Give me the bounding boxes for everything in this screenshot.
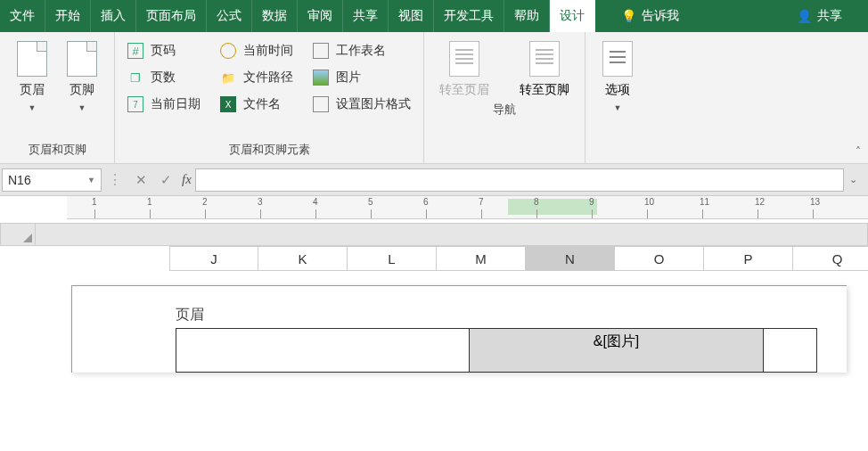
column-header-P[interactable]: P <box>704 246 793 271</box>
page-footer-icon <box>529 41 560 77</box>
filepath-button[interactable]: 📁文件路径 <box>217 68 297 87</box>
group-nav: 转至页眉 转至页脚 导航 <box>424 32 585 163</box>
select-all-corner[interactable] <box>0 223 36 246</box>
header-button[interactable]: 页眉 ▼ <box>9 37 55 112</box>
column-header-N[interactable]: N <box>526 246 615 271</box>
name-box[interactable]: N16 ▼ <box>2 168 102 192</box>
tab-share[interactable]: 共享 <box>343 0 389 32</box>
currentdate-button[interactable]: 7当前日期 <box>124 94 204 114</box>
column-header-O[interactable]: O <box>615 246 704 271</box>
page-icon <box>17 41 47 77</box>
group-elements: #页码 ❐页数 7当前日期 当前时间 📁文件路径 X文件名 工作表名 图片 设置… <box>115 32 424 163</box>
tab-home[interactable]: 开始 <box>45 0 91 32</box>
enter-button[interactable]: ✓ <box>153 172 178 188</box>
column-header-J[interactable]: J <box>169 246 258 271</box>
group-label: 页眉和页脚 <box>9 138 105 163</box>
excel-icon: X <box>220 96 236 112</box>
sheetname-button[interactable]: 工作表名 <box>309 41 414 61</box>
folder-icon: 📁 <box>220 70 236 86</box>
tab-design[interactable]: 设计 <box>550 0 595 32</box>
group-options: 选项 ▼ <box>585 32 650 163</box>
header-right-box[interactable] <box>764 328 817 373</box>
person-icon: 👤 <box>797 9 812 23</box>
tab-layout[interactable]: 页面布局 <box>136 0 207 32</box>
hash-icon: # <box>127 43 143 59</box>
picture-icon <box>313 70 329 86</box>
pagecode-button[interactable]: #页码 <box>124 41 204 61</box>
chevron-down-icon: ▼ <box>87 176 95 184</box>
goto-footer-button[interactable]: 转至页脚 <box>513 41 576 98</box>
column-header-L[interactable]: L <box>348 246 437 271</box>
column-header-K[interactable]: K <box>258 246 348 271</box>
tab-dev[interactable]: 开发工具 <box>434 0 504 32</box>
tab-file[interactable]: 文件 <box>0 0 45 32</box>
tab-review[interactable]: 审阅 <box>298 0 343 32</box>
group-label: 导航 <box>433 98 576 123</box>
tab-data[interactable]: 数据 <box>252 0 298 32</box>
tab-tellme[interactable]: 💡 告诉我 <box>611 0 689 32</box>
page-preview: 页眉 &[图片] <box>71 285 847 373</box>
chevron-down-icon: ▼ <box>78 103 86 112</box>
expand-formula-button[interactable]: ⌄ <box>849 174 857 185</box>
collapse-ribbon-button[interactable]: ˄ <box>856 145 861 158</box>
page-icon <box>67 41 97 77</box>
sheet-icon <box>313 43 329 59</box>
format-picture-icon <box>313 96 329 112</box>
goto-header-button: 转至页眉 <box>433 41 495 98</box>
share-button[interactable]: 👤 共享 <box>787 0 852 32</box>
options-button[interactable]: 选项 ▼ <box>594 37 641 112</box>
ribbon-tabs: 文件 开始 插入 页面布局 公式 数据 审阅 共享 视图 开发工具 帮助 设计 … <box>0 0 868 32</box>
header-center-box[interactable]: &[图片] <box>470 328 764 373</box>
page-header-icon <box>449 41 479 77</box>
header-edit-area: &[图片] <box>176 328 847 373</box>
pages-icon: ❐ <box>127 70 143 86</box>
currenttime-button[interactable]: 当前时间 <box>217 41 297 61</box>
sheet-area: 112345678910111213 JKLMNOPQ 页眉 &[图片] 12 … <box>0 196 868 451</box>
filename-button[interactable]: X文件名 <box>217 94 297 114</box>
chevron-down-icon: ▼ <box>29 103 37 112</box>
group-label: 页眉和页脚元素 <box>124 138 414 163</box>
group-header-footer: 页眉 ▼ 页脚 ▼ 页眉和页脚 <box>0 32 115 163</box>
pagecount-button[interactable]: ❐页数 <box>124 68 204 87</box>
clock-icon <box>220 43 236 59</box>
tab-insert[interactable]: 插入 <box>91 0 136 32</box>
formula-bar: N16 ▼ ⋮ ✕ ✓ fx ⌄ <box>0 164 868 196</box>
fx-icon[interactable]: fx <box>182 172 192 187</box>
options-icon <box>602 41 633 77</box>
formula-input[interactable] <box>195 168 844 192</box>
header-section-label: 页眉 <box>176 306 847 324</box>
ribbon: 页眉 ▼ 页脚 ▼ 页眉和页脚 #页码 ❐页数 7当前日期 当前时间 📁文件路径… <box>0 32 868 164</box>
header-left-box[interactable] <box>176 328 470 373</box>
tab-view[interactable]: 视图 <box>389 0 434 32</box>
column-headers: JKLMNOPQ <box>169 246 868 271</box>
tab-help[interactable]: 帮助 <box>504 0 550 32</box>
chevron-down-icon: ▼ <box>614 103 622 112</box>
lightbulb-icon: 💡 <box>621 9 636 23</box>
horizontal-ruler: 112345678910111213 <box>67 196 868 219</box>
column-header-Q[interactable]: Q <box>793 246 868 271</box>
picture-button[interactable]: 图片 <box>309 68 414 87</box>
cancel-button[interactable]: ✕ <box>128 172 153 188</box>
column-header-M[interactable]: M <box>437 246 526 271</box>
tab-formulas[interactable]: 公式 <box>207 0 252 32</box>
footer-button[interactable]: 页脚 ▼ <box>59 37 105 112</box>
fmtpicture-button[interactable]: 设置图片格式 <box>309 94 414 114</box>
calendar-icon: 7 <box>127 96 143 112</box>
